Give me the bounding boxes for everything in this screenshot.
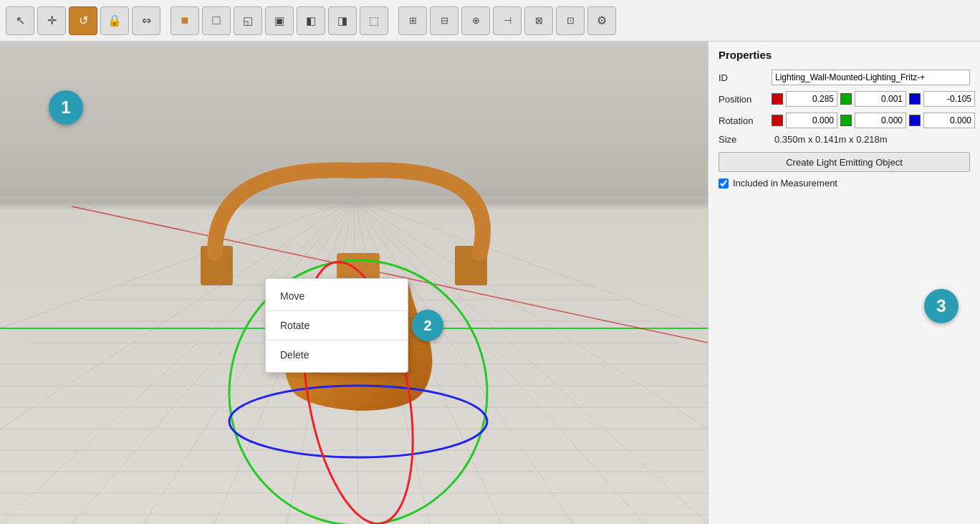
position-z-color xyxy=(909,93,921,105)
rotation-row: Rotation xyxy=(719,113,970,128)
viewport[interactable]: 1 xyxy=(0,42,708,524)
tool-b[interactable]: ⊟ xyxy=(430,6,458,35)
position-x-color xyxy=(772,93,783,105)
tool-c[interactable]: ⊕ xyxy=(461,6,490,35)
rotation-label: Rotation xyxy=(719,115,769,126)
id-label: ID xyxy=(719,72,769,83)
create-light-button[interactable]: Create Light Emitting Object xyxy=(719,152,970,172)
box-outline-tool[interactable]: □ xyxy=(202,6,231,35)
position-y-input[interactable] xyxy=(855,91,906,107)
properties-panel: Properties ID Position Rotation xyxy=(708,42,980,524)
rotation-x-input[interactable] xyxy=(786,113,837,128)
position-row: Position xyxy=(719,91,970,107)
tool-d[interactable]: ⊣ xyxy=(493,6,522,35)
step1-badge: 1 xyxy=(49,90,83,125)
rotation-y-color xyxy=(840,115,852,126)
svg-rect-33 xyxy=(337,253,380,282)
rotation-y-input[interactable] xyxy=(855,113,906,128)
ctx-delete-item[interactable]: Delete xyxy=(266,342,408,368)
measurement-checkbox[interactable] xyxy=(719,178,729,189)
position-z-input[interactable] xyxy=(923,91,975,107)
ctx-rotate-item[interactable]: Rotate xyxy=(266,313,408,338)
resize-tool[interactable]: ⇔ xyxy=(132,6,160,35)
rotation-x-color xyxy=(772,115,783,126)
tool-e[interactable]: ⊠ xyxy=(524,6,553,35)
shape5-tool[interactable]: ⬚ xyxy=(360,6,388,35)
select-tool[interactable]: ↖ xyxy=(6,6,34,35)
toolbar: ↖ ✛ ↺ 🔒 ⇔ ■ □ ◱ ▣ ◧ ◨ ⬚ ⊞ ⊟ ⊕ ⊣ ⊠ ⊡ ⚙ xyxy=(0,0,980,42)
size-row: Size 0.350m x 0.141m x 0.218m xyxy=(719,134,970,145)
svg-rect-28 xyxy=(0,196,708,201)
id-input[interactable] xyxy=(772,70,970,85)
step3-badge: 3 xyxy=(924,289,959,323)
position-y-color xyxy=(840,93,852,105)
context-menu: Move Rotate Delete 2 xyxy=(265,278,408,373)
lock-tool[interactable]: 🔒 xyxy=(100,6,129,35)
measurement-label: Included in Measurement xyxy=(733,178,837,189)
shape3-tool[interactable]: ◧ xyxy=(297,6,325,35)
step2-badge: 2 xyxy=(412,310,443,341)
main-area: 1 xyxy=(0,42,980,524)
size-value: 0.350m x 0.141m x 0.218m xyxy=(774,134,888,145)
box-solid-tool[interactable]: ■ xyxy=(170,6,199,35)
shape4-tool[interactable]: ◨ xyxy=(328,6,357,35)
size-label: Size xyxy=(719,134,769,145)
ctx-move-item[interactable]: Move xyxy=(266,283,408,309)
shape1-tool[interactable]: ◱ xyxy=(234,6,262,35)
shape2-tool[interactable]: ▣ xyxy=(265,6,294,35)
rotate-tool[interactable]: ↺ xyxy=(69,6,97,35)
id-row: ID xyxy=(719,70,970,85)
position-label: Position xyxy=(719,94,769,105)
rotation-z-color xyxy=(909,115,921,126)
measurement-checkbox-row: Included in Measurement xyxy=(719,178,970,189)
tool-a[interactable]: ⊞ xyxy=(398,6,427,35)
properties-title: Properties xyxy=(719,49,970,61)
settings-tool[interactable]: ⚙ xyxy=(587,6,616,35)
tool-f[interactable]: ⊡ xyxy=(556,6,585,35)
move-tool[interactable]: ✛ xyxy=(37,6,66,35)
rotation-z-input[interactable] xyxy=(923,113,975,128)
position-x-input[interactable] xyxy=(786,91,837,107)
